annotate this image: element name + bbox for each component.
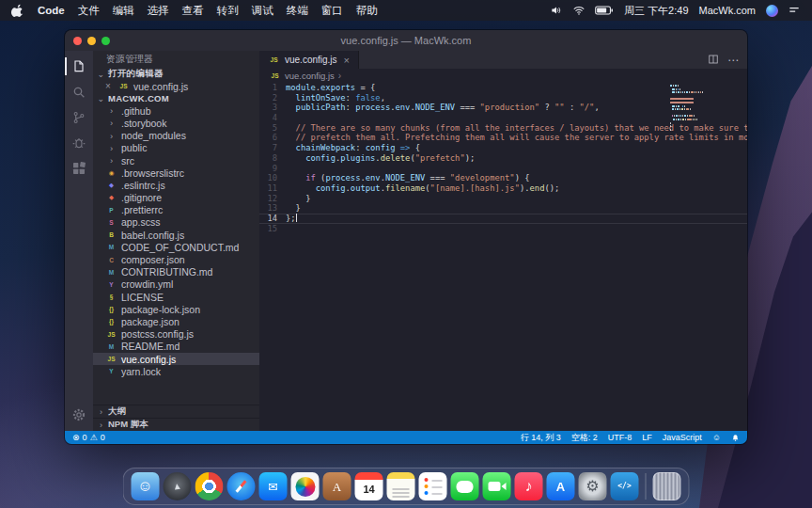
- code-text: };: [286, 214, 297, 224]
- feedback-smiley-icon[interactable]: [712, 434, 721, 442]
- launchpad-icon[interactable]: ▲: [164, 472, 192, 500]
- folder-item[interactable]: node_modules: [93, 130, 259, 142]
- zoom-window-button[interactable]: [102, 37, 110, 45]
- outline-section[interactable]: 大纲: [93, 405, 259, 418]
- explorer-icon[interactable]: [65, 54, 93, 79]
- search-icon[interactable]: [65, 79, 93, 104]
- file-item[interactable]: ◆.eslintrc.js: [93, 179, 259, 191]
- source-control-icon[interactable]: [65, 104, 93, 130]
- menu-item[interactable]: 选择: [148, 4, 169, 18]
- wifi-icon[interactable]: [572, 4, 586, 17]
- code-editor[interactable]: 1module.exports = {2 lintOnSave: false,3…: [259, 82, 747, 431]
- settings-icon[interactable]: ⚙: [579, 472, 607, 500]
- close-window-button[interactable]: [73, 37, 82, 45]
- menu-item[interactable]: 编辑: [113, 4, 134, 18]
- more-actions-icon[interactable]: [727, 54, 739, 67]
- battery-icon[interactable]: [595, 5, 614, 16]
- menu-item[interactable]: 文件: [78, 4, 100, 18]
- folder-item[interactable]: .github: [93, 104, 259, 117]
- code-line[interactable]: 13 }: [259, 203, 747, 214]
- file-item[interactable]: Ycrowdin.yml: [93, 278, 259, 291]
- chrome-icon[interactable]: [195, 472, 224, 500]
- code-line[interactable]: 7 chainWebpack: config => {: [259, 143, 747, 153]
- menu-item[interactable]: 窗口: [321, 4, 343, 18]
- app-menu[interactable]: Code: [38, 5, 65, 16]
- minimap[interactable]: [670, 85, 745, 135]
- calendar-icon[interactable]: 14: [355, 472, 383, 500]
- safari-icon[interactable]: [227, 472, 256, 500]
- split-editor-icon[interactable]: [708, 52, 719, 69]
- code-line[interactable]: 12 }: [259, 194, 747, 204]
- notification-list-icon[interactable]: [788, 4, 801, 17]
- npm-scripts-section[interactable]: NPM 脚本: [93, 418, 259, 431]
- folder-item[interactable]: public: [93, 142, 259, 154]
- reminders-icon[interactable]: [419, 472, 447, 500]
- code-line[interactable]: 9: [259, 164, 747, 174]
- debug-icon[interactable]: [65, 130, 93, 155]
- file-item[interactable]: JSvue.config.js: [93, 353, 259, 365]
- file-item[interactable]: MREADME.md: [93, 341, 259, 353]
- status-item[interactable]: 行 14, 列 3: [521, 432, 561, 444]
- tab-vue-config-js[interactable]: vue.config.js: [259, 51, 359, 69]
- messages-icon[interactable]: [451, 472, 479, 500]
- appstore-icon[interactable]: A: [547, 472, 575, 500]
- file-item[interactable]: {}package.json: [93, 315, 259, 327]
- menu-item[interactable]: 终端: [287, 4, 308, 18]
- file-item[interactable]: {}package-lock.json: [93, 303, 259, 315]
- code-line[interactable]: 14};: [259, 214, 747, 224]
- music-icon[interactable]: ♪: [515, 472, 543, 500]
- code-line[interactable]: 10 if (process.env.NODE_ENV === "develop…: [259, 173, 747, 183]
- photos-icon[interactable]: [291, 472, 320, 500]
- notifications-bell-icon[interactable]: [731, 434, 740, 442]
- file-item[interactable]: Ccomposer.json: [93, 253, 259, 265]
- file-item[interactable]: MCONTRIBUTING.md: [93, 266, 259, 278]
- status-item[interactable]: 空格: 2: [571, 432, 598, 444]
- close-file-icon[interactable]: [105, 81, 114, 91]
- menu-item[interactable]: 查看: [182, 4, 204, 18]
- close-tab-icon[interactable]: [344, 55, 350, 66]
- file-item[interactable]: Sapp.scss: [93, 216, 259, 229]
- code-line[interactable]: 15: [259, 224, 747, 234]
- breadcrumb[interactable]: vue.config.js: [259, 69, 747, 82]
- file-item[interactable]: ◉.browserslistrc: [93, 167, 259, 179]
- file-item[interactable]: ◆.gitignore: [93, 192, 259, 204]
- menu-item[interactable]: 调试: [252, 4, 273, 18]
- facetime-icon[interactable]: [483, 472, 511, 500]
- status-item[interactable]: LF: [642, 433, 652, 442]
- folder-item[interactable]: src: [93, 154, 259, 167]
- code-line[interactable]: 8 config.plugins.delete("prefetch");: [259, 153, 747, 164]
- menu-account[interactable]: MacWk.com: [699, 5, 757, 16]
- breadcrumb-item[interactable]: vue.config.js: [285, 71, 335, 81]
- status-item[interactable]: UTF-8: [608, 433, 632, 442]
- finder-icon[interactable]: ☺: [132, 472, 160, 500]
- apple-menu-icon[interactable]: [11, 4, 24, 17]
- file-item[interactable]: MCODE_OF_CONDUCT.md: [93, 241, 259, 253]
- open-editors-header[interactable]: 打开的编辑器: [93, 68, 259, 80]
- books-icon[interactable]: A: [323, 472, 351, 500]
- settings-icon[interactable]: [65, 402, 93, 427]
- folder-item[interactable]: .storybook: [93, 117, 259, 129]
- vscode-icon[interactable]: </>: [611, 472, 639, 500]
- menu-item[interactable]: 帮助: [356, 4, 378, 18]
- menu-item[interactable]: 转到: [217, 4, 239, 18]
- siri-icon[interactable]: [766, 5, 778, 17]
- problems-status[interactable]: 0 0: [72, 433, 105, 442]
- file-item[interactable]: P.prettierrc: [93, 204, 259, 216]
- open-editor-item[interactable]: JSvue.config.js: [93, 80, 259, 92]
- status-item[interactable]: JavaScript: [663, 433, 702, 442]
- file-item[interactable]: §LICENSE: [93, 291, 259, 303]
- file-item[interactable]: Bbabel.config.js: [93, 229, 259, 241]
- minimize-window-button[interactable]: [87, 37, 96, 45]
- mail-icon[interactable]: ✉: [259, 472, 288, 500]
- file-item[interactable]: JSpostcss.config.js: [93, 328, 259, 341]
- menu-clock[interactable]: 周三 下午2:49: [624, 4, 688, 18]
- volume-icon[interactable]: [550, 4, 563, 17]
- folder-root-header[interactable]: MACWK.COM: [93, 92, 259, 104]
- extensions-icon[interactable]: [65, 155, 93, 181]
- activity-bar-top: [65, 54, 93, 181]
- window-titlebar[interactable]: vue.config.js — MacWk.com: [65, 30, 747, 51]
- file-item[interactable]: Yyarn.lock: [93, 365, 259, 377]
- code-line[interactable]: 11 config.output.filename("[name].[hash]…: [259, 183, 747, 194]
- trash-icon[interactable]: [653, 472, 681, 500]
- notes-icon[interactable]: [387, 472, 415, 500]
